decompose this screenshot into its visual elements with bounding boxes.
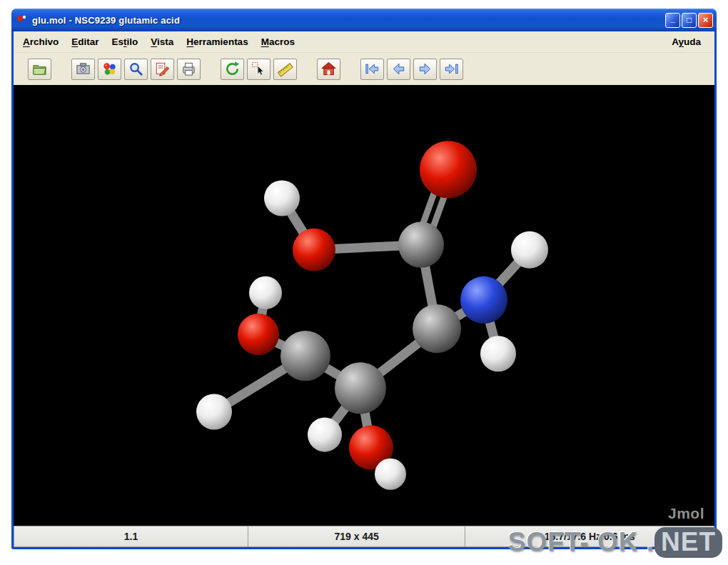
toolbar-button-rotate[interactable] — [221, 59, 244, 80]
nav-last-icon — [443, 61, 460, 77]
window-title: glu.mol - NSC9239 glutamic acid — [32, 15, 180, 26]
site-watermark-prefix: SOFT- OK . — [508, 527, 654, 556]
app-icon — [16, 14, 29, 26]
nav-next-icon — [417, 61, 433, 77]
menu-item-ayuda[interactable]: Ayuda — [665, 34, 707, 49]
toolbar-button-open-file[interactable] — [28, 59, 51, 80]
toolbar-button-export-image[interactable] — [71, 59, 95, 80]
close-button[interactable]: × — [698, 13, 713, 28]
titlebar[interactable]: glu.mol - NSC9239 glutamic acid _ □ × — [11, 9, 717, 31]
menu-item-estilo[interactable]: Estilo — [106, 34, 145, 49]
open-file-icon — [31, 61, 48, 77]
toolbar-group — [221, 59, 300, 80]
menu-item-vista[interactable]: Vista — [144, 34, 180, 49]
menu-item-editar[interactable]: Editar — [65, 34, 105, 49]
rotate-icon — [224, 61, 241, 77]
print-icon — [181, 61, 197, 77]
toolbar-button-measure[interactable] — [273, 59, 297, 80]
console-icon — [154, 61, 171, 77]
site-watermark-suffix: NET — [654, 527, 722, 558]
select-cursor-icon — [251, 61, 267, 77]
jmol-logo: Jmol — [668, 505, 704, 522]
nav-first-icon — [364, 61, 380, 77]
toolbar-button-nav-first[interactable] — [360, 59, 384, 80]
site-watermark: SOFT- OK .NET — [508, 527, 722, 557]
toolbar-group — [317, 59, 343, 80]
zoom-icon — [128, 61, 144, 77]
toolbar-button-print[interactable] — [177, 59, 201, 80]
render-viewport[interactable]: Jmol — [14, 85, 714, 526]
toolbar-button-home[interactable] — [317, 59, 340, 80]
toolbar-button-nav-next[interactable] — [413, 59, 437, 80]
toolbar-button-zoom[interactable] — [124, 59, 148, 80]
status-version: 1.1 — [14, 526, 248, 547]
toolbar-group — [71, 59, 203, 80]
toolbar-group — [360, 59, 466, 80]
app-window: glu.mol - NSC9239 glutamic acid _ □ × Ar… — [11, 9, 717, 549]
maximize-button[interactable]: □ — [682, 13, 697, 28]
atom-colors-icon — [101, 61, 118, 77]
home-icon — [320, 61, 337, 77]
status-dimensions: 719 x 445 — [248, 526, 465, 547]
toolbar-button-nav-last[interactable] — [440, 59, 463, 80]
measure-icon — [277, 61, 293, 77]
toolbar-button-select-cursor[interactable] — [247, 59, 271, 80]
toolbar — [14, 53, 714, 85]
menu-item-herramientas[interactable]: Herramientas — [180, 34, 254, 49]
menu-item-macros[interactable]: Macros — [255, 34, 301, 49]
menubar: ArchivoEditarEstiloVistaHerramientasMacr… — [14, 31, 714, 53]
molecule-canvas[interactable] — [14, 85, 714, 526]
toolbar-button-console[interactable] — [151, 59, 174, 80]
toolbar-button-nav-prev[interactable] — [387, 59, 410, 80]
window-controls: _ □ × — [665, 13, 713, 28]
export-image-icon — [75, 61, 91, 77]
minimize-button[interactable]: _ — [665, 13, 680, 28]
toolbar-button-atom-colors[interactable] — [98, 59, 121, 80]
nav-prev-icon — [390, 61, 407, 77]
toolbar-group — [28, 59, 54, 80]
menu-item-archivo[interactable]: Archivo — [16, 34, 65, 49]
